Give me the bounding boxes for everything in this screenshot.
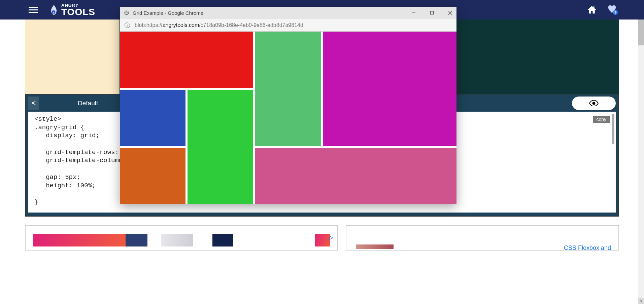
ad-left[interactable] <box>25 225 338 251</box>
copy-button[interactable]: copy <box>593 116 610 123</box>
donate-icon[interactable]: $ <box>607 4 617 15</box>
window-maximize-button[interactable] <box>430 10 434 15</box>
url-domain: angrytools.com <box>163 22 199 28</box>
grid-cell-2 <box>323 32 456 146</box>
info-icon[interactable]: i <box>125 23 130 28</box>
url-prefix: blob:https:// <box>135 22 163 28</box>
code-back-button[interactable]: < <box>28 97 39 110</box>
code-tab-label: Default <box>78 100 98 107</box>
ad-right[interactable]: CSS Flexbox and <box>346 225 619 251</box>
window-minimize-button[interactable] <box>411 10 416 15</box>
logo-text-bottom: TOOLS <box>61 7 95 17</box>
globe-icon <box>124 10 129 15</box>
grid-cell-4 <box>188 90 253 204</box>
adchoices-icon[interactable] <box>328 235 333 240</box>
grid-cell-6 <box>255 148 456 204</box>
chrome-window: Grid Example - Google Chrome i blob:http… <box>120 7 456 204</box>
window-close-button[interactable] <box>448 10 452 15</box>
home-icon[interactable] <box>587 5 597 15</box>
chrome-addressbar[interactable]: i blob:https://angrytools.com/c718a09b-1… <box>120 19 456 32</box>
chrome-titlebar[interactable]: Grid Example - Google Chrome <box>120 7 456 19</box>
scroll-down-icon[interactable]: ▼ <box>638 298 644 304</box>
grid-cell-5 <box>120 148 185 204</box>
grid-demo <box>120 32 456 204</box>
ad-row: CSS Flexbox and <box>25 225 619 251</box>
grid-cell-1 <box>255 32 321 146</box>
topbar-right: $ <box>587 4 617 15</box>
eye-icon <box>589 100 599 106</box>
background-cream <box>25 20 120 94</box>
flame-icon: a <box>50 5 58 15</box>
grid-cell-0 <box>120 32 253 88</box>
code-scrollbar[interactable] <box>612 114 614 144</box>
grid-cell-3 <box>120 90 185 146</box>
svg-text:a: a <box>53 11 55 14</box>
svg-point-3 <box>592 102 596 105</box>
svg-rect-2 <box>594 6 595 8</box>
preview-button[interactable] <box>572 97 616 110</box>
page-scrollbar[interactable]: ▲ ▼ <box>638 0 644 304</box>
chrome-content <box>120 32 456 204</box>
chrome-title: Grid Example - Google Chrome <box>133 10 203 16</box>
svg-rect-6 <box>431 11 434 14</box>
dollar-badge: $ <box>613 10 618 15</box>
url-path: /c718a09b-168e-4eb0-9e86-edb8d7a9814d <box>199 22 303 28</box>
menu-icon[interactable] <box>29 7 38 13</box>
ad-right-link[interactable]: CSS Flexbox and <box>564 244 611 251</box>
logo[interactable]: a ANGRY TOOLS <box>50 3 95 17</box>
chrome-url: blob:https://angrytools.com/c718a09b-168… <box>135 22 303 28</box>
